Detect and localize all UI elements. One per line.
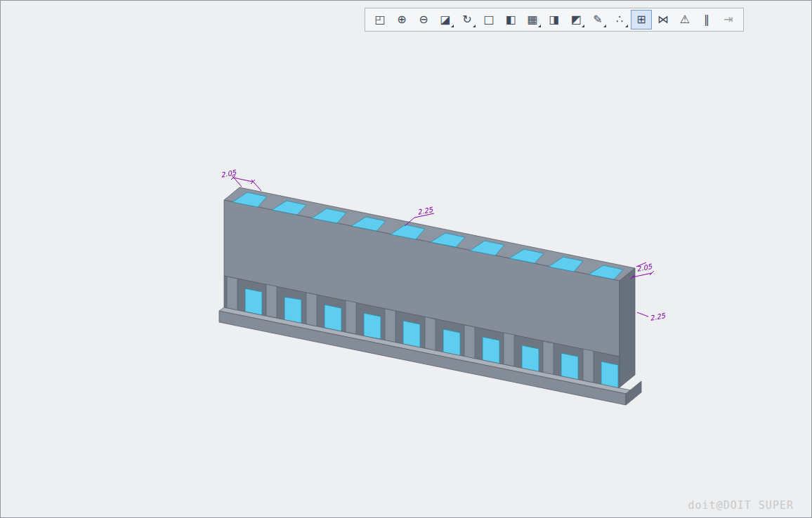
warning-icon[interactable]: ⚠ — [674, 10, 695, 29]
dropdown-arrow-icon — [603, 25, 606, 27]
pan-view-icon[interactable]: ◪ — [435, 10, 456, 29]
viewport-canvas[interactable]: 2.05 2.25 2.05 2.25 — [1, 1, 812, 518]
dimension-label: 2.25 — [649, 312, 667, 322]
sketch-icon[interactable]: ✎ — [587, 10, 608, 29]
zoom-out-icon[interactable]: ⊖ — [413, 10, 434, 29]
zoom-in-icon[interactable]: ⊕ — [391, 10, 412, 29]
pause-icon[interactable]: ‖ — [696, 10, 717, 29]
save-view-icon[interactable]: ▦ — [522, 10, 543, 29]
dimension-right-side: 2.25 — [637, 312, 667, 322]
exit-icon[interactable]: ⇥ — [718, 10, 739, 29]
shaded-display-icon[interactable]: ◧ — [500, 10, 521, 29]
model-base-right-end — [626, 381, 641, 405]
render-mode-icon[interactable]: ◩ — [565, 10, 587, 29]
dropdown-arrow-icon — [625, 25, 628, 27]
dropdown-arrow-icon — [451, 25, 454, 27]
wireframe-display-icon[interactable]: □ — [478, 10, 499, 29]
watermark: doit@DOIT SUPER — [688, 499, 794, 512]
view-toolbar: ◰⊕⊖◪↻□◧▦◨◩✎∴⊞⋈⚠‖⇥ — [365, 8, 744, 32]
dropdown-arrow-icon — [582, 25, 584, 27]
assembly-graph-icon[interactable]: ⋈ — [653, 10, 674, 29]
model-tree-icon[interactable]: ⊞ — [631, 10, 652, 29]
section-view-icon[interactable]: ◨ — [544, 10, 565, 29]
model-3d — [219, 187, 641, 405]
dropdown-arrow-icon — [538, 25, 541, 27]
model-right-end-face — [620, 268, 635, 387]
dimension-label: 2.05 — [220, 168, 237, 179]
dimension-label: 2.25 — [417, 206, 434, 216]
dropdown-arrow-icon — [473, 25, 476, 27]
dimension-label: 2.05 — [636, 263, 653, 273]
zoom-window-icon[interactable]: ◰ — [369, 10, 391, 29]
rotate-view-icon[interactable]: ↻ — [457, 10, 478, 29]
coordinate-measure-icon[interactable]: ∴ — [609, 10, 630, 29]
